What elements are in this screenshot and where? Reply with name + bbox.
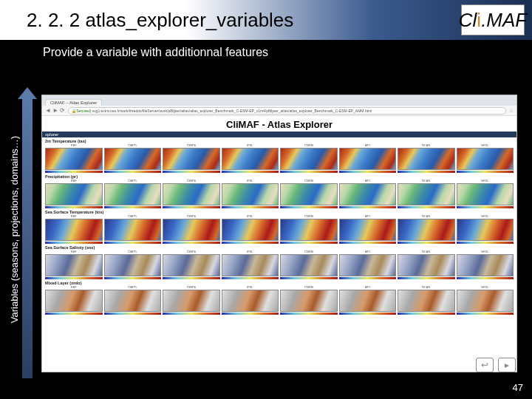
map-thumbnail: [104, 148, 162, 170]
colorbar: [222, 171, 279, 173]
colorbar: [280, 206, 338, 208]
colorbar: [398, 171, 455, 173]
map-cell[interactable]: CNRM: [280, 215, 338, 244]
map-cell[interactable]: CMIP5: [104, 250, 162, 279]
map-cell[interactable]: GFDL: [457, 250, 514, 279]
map-cell[interactable]: IPSL: [222, 250, 279, 279]
map-cell[interactable]: MPI: [339, 215, 397, 244]
colorbar: [457, 277, 514, 279]
page-number: 47: [513, 382, 523, 393]
map-cell[interactable]: CNRM: [280, 180, 338, 208]
browser-address-bar: ◄ ► ⟳ 🔒 Secured | svg1.extra.cea.fr/work…: [42, 106, 516, 116]
map-cell[interactable]: CMIP5: [104, 180, 162, 208]
map-cell[interactable]: CMIP6: [163, 180, 220, 208]
colorbar: [45, 206, 103, 208]
page-title: CliMAF - Atlas Explorer: [42, 116, 516, 132]
map-cell[interactable]: REF: [45, 286, 103, 315]
map-cell[interactable]: CMIP6: [163, 250, 220, 279]
page-content: CliMAF - Atlas Explorer xplorer 2m Tempe…: [42, 116, 516, 372]
map-thumbnail: [222, 183, 279, 205]
map-thumbnail: [398, 183, 455, 205]
colorbar: [280, 313, 338, 315]
play-icon[interactable]: ▸: [498, 358, 516, 372]
browser-screenshot: CliMAF – Atlas Explorer ◄ ► ⟳ 🔒 Secured …: [41, 95, 517, 372]
map-cell[interactable]: GFDL: [457, 180, 514, 208]
map-cell[interactable]: CMIP6: [163, 286, 220, 315]
map-cell[interactable]: GFDL: [457, 215, 514, 244]
map-cell[interactable]: MPI: [339, 180, 397, 208]
variable-label: Sea Surface Temperature (tos): [44, 210, 515, 215]
variable-label: Precipitation (pr): [44, 174, 515, 180]
map-thumbnail: [163, 290, 220, 312]
variable-row: Precipitation (pr)REFCMIP5CMIP6IPSLCNRMM…: [44, 174, 515, 208]
browser-url-field[interactable]: 🔒 Secured | svg1.extra.cea.fr/work/thred…: [68, 107, 506, 115]
map-cell[interactable]: CNRM: [280, 286, 338, 315]
map-cell[interactable]: REF: [45, 180, 103, 208]
map-thumbnail: [457, 148, 514, 170]
reply-icon[interactable]: ↩: [476, 358, 494, 372]
map-cell[interactable]: REF: [45, 144, 103, 173]
map-cell[interactable]: NCAR: [398, 144, 455, 173]
map-cell[interactable]: MPI: [339, 144, 397, 173]
map-cell[interactable]: IPSL: [222, 286, 279, 315]
map-thumbnail: [163, 183, 220, 205]
map-cell[interactable]: MPI: [339, 250, 397, 279]
variable-label: Sea Surface Salinity (sos): [44, 245, 515, 250]
map-thumbnail: [163, 219, 220, 241]
map-cell[interactable]: CMIP5: [104, 144, 162, 173]
colorbar: [104, 277, 162, 279]
colorbar: [45, 171, 103, 173]
map-thumbnail: [457, 219, 514, 241]
map-cell[interactable]: CMIP5: [104, 286, 162, 315]
browser-star-icon[interactable]: ☆: [509, 108, 514, 114]
map-thumbnail: [339, 290, 397, 312]
map-cell[interactable]: IPSL: [222, 215, 279, 244]
map-thumbnail: [104, 219, 162, 241]
map-cell[interactable]: NCAR: [398, 215, 455, 244]
section-band: xplorer: [42, 132, 516, 137]
colorbar: [222, 313, 279, 315]
map-cell[interactable]: CMIP5: [104, 215, 162, 244]
browser-nav-controls[interactable]: ◄ ► ⟳: [45, 107, 65, 114]
map-thumbnail: [457, 183, 514, 205]
map-cell[interactable]: NCAR: [398, 286, 455, 315]
browser-tabstrip: CliMAF – Atlas Explorer: [42, 95, 516, 106]
map-thumbnail: [45, 148, 103, 170]
map-cell[interactable]: IPSL: [222, 144, 279, 173]
map-cell[interactable]: REF: [45, 215, 103, 244]
map-cell[interactable]: MPI: [339, 286, 397, 315]
map-cell[interactable]: CMIP6: [163, 215, 220, 244]
map-thumbnail: [45, 254, 103, 276]
map-thumbnail: [280, 254, 338, 276]
map-cell[interactable]: CMIP6: [163, 144, 220, 173]
map-thumbnail: [398, 148, 455, 170]
map-thumbnail: [222, 219, 279, 241]
map-cell[interactable]: REF: [45, 250, 103, 279]
map-cell[interactable]: NCAR: [398, 250, 455, 279]
colorbar: [222, 242, 279, 244]
map-thumbnail: [45, 219, 103, 241]
colorbar: [339, 206, 397, 208]
map-thumbnail: [280, 183, 338, 205]
colorbar: [457, 313, 514, 315]
map-cell[interactable]: IPSL: [222, 180, 279, 208]
map-cell[interactable]: NCAR: [398, 180, 455, 208]
colorbar: [45, 242, 103, 244]
atlas-grid: 2m Temperature (tas)REFCMIP5CMIP6IPSLCNR…: [42, 137, 516, 372]
colorbar: [280, 277, 338, 279]
colorbar: [163, 171, 220, 173]
slide-nav-icons: ↩ ▸: [476, 358, 516, 372]
colorbar: [163, 313, 220, 315]
map-cell[interactable]: GFDL: [457, 144, 514, 173]
map-thumbnail: [339, 183, 397, 205]
colorbar: [163, 242, 220, 244]
colorbar: [339, 242, 397, 244]
map-thumbnail: [222, 148, 279, 170]
colorbar: [398, 313, 455, 315]
map-cell[interactable]: CNRM: [280, 250, 338, 279]
variable-row: Sea Surface Temperature (tos)REFCMIP5CMI…: [44, 210, 515, 244]
map-cell[interactable]: CNRM: [280, 144, 338, 173]
browser-tab[interactable]: CliMAF – Atlas Explorer: [45, 99, 102, 106]
colorbar: [457, 242, 514, 244]
map-cell[interactable]: GFDL: [457, 286, 514, 315]
